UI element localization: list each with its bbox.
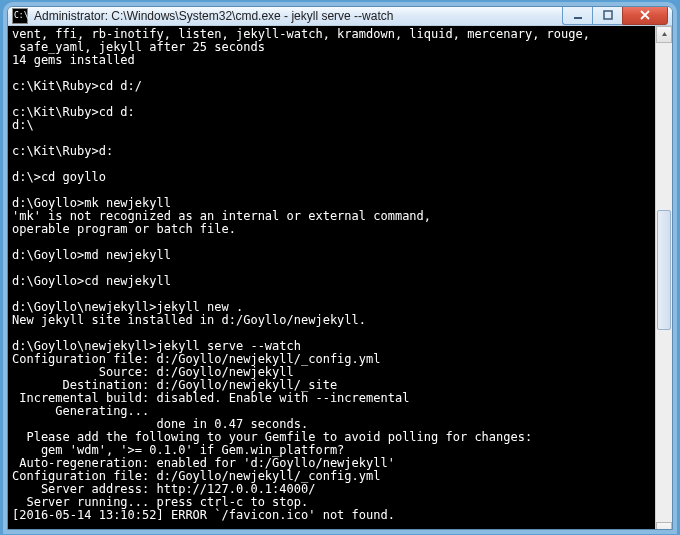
- scroll-down-button[interactable]: [656, 522, 672, 530]
- svg-rect-3: [574, 17, 582, 19]
- window-title: Administrator: C:\Windows\System32\cmd.e…: [34, 9, 556, 23]
- minimize-button[interactable]: [562, 6, 592, 25]
- svg-rect-4: [604, 11, 612, 19]
- window-controls: [562, 6, 668, 25]
- scroll-thumb[interactable]: [657, 210, 671, 330]
- close-button[interactable]: [622, 6, 668, 25]
- svg-text:C:\: C:\: [14, 11, 28, 20]
- cmd-window: C:\ Administrator: C:\Windows\System32\c…: [7, 6, 673, 530]
- cmd-icon: C:\: [12, 8, 28, 24]
- scroll-track[interactable]: [656, 43, 672, 522]
- scroll-up-button[interactable]: [656, 26, 672, 43]
- titlebar[interactable]: C:\ Administrator: C:\Windows\System32\c…: [8, 7, 672, 26]
- console-output[interactable]: vent, ffi, rb-inotify, listen, jekyll-wa…: [8, 26, 655, 530]
- console-area: vent, ffi, rb-inotify, listen, jekyll-wa…: [8, 26, 672, 530]
- vertical-scrollbar[interactable]: [655, 26, 672, 530]
- maximize-button[interactable]: [592, 6, 622, 25]
